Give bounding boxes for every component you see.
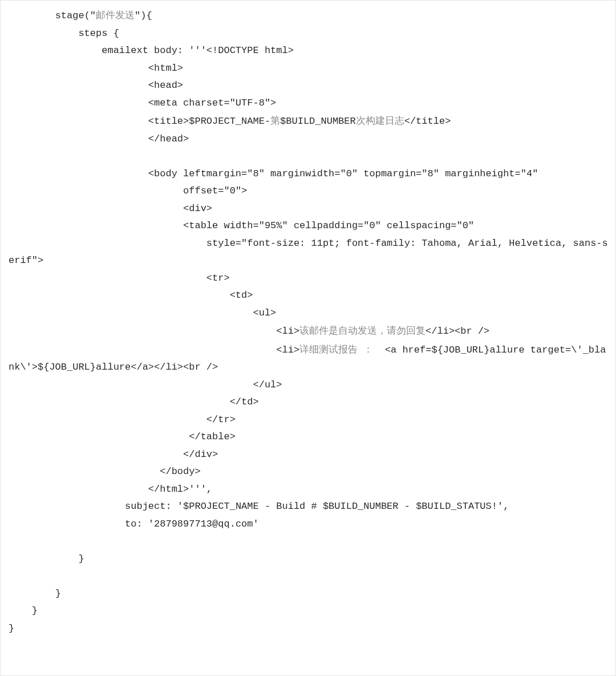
cjk-text: 详细测试报告 ：	[299, 343, 385, 355]
cjk-text: 邮件发送	[96, 9, 135, 21]
cjk-text: 第	[270, 115, 280, 126]
cjk-text: 次构建日志	[356, 115, 404, 126]
code-content: stage("邮件发送"){ steps { emailext body: ''…	[9, 6, 609, 637]
code-block-container: stage("邮件发送"){ steps { emailext body: ''…	[0, 0, 616, 676]
cjk-text: 该邮件是自动发送，请勿回复	[299, 325, 425, 336]
